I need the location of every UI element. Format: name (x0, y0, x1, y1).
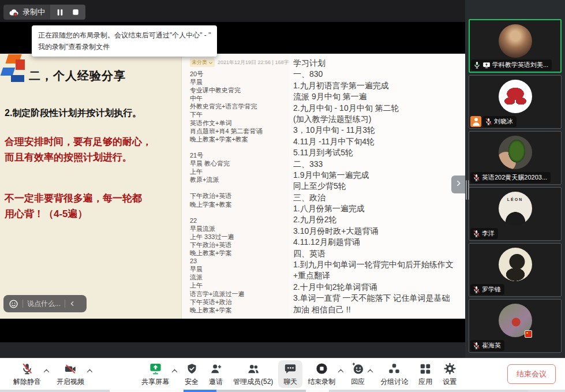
breakout-icon (388, 363, 401, 375)
participant-name: 学科教学英语刘美... (492, 61, 548, 69)
note-line: 下午 (190, 110, 263, 118)
toolbar-reaction-button[interactable]: 回应 (346, 360, 375, 388)
note-line: 外教史背完+语言学背完 (190, 102, 263, 110)
toolbar-mic-off-button[interactable]: 解除静音 (8, 360, 51, 388)
cam-off-icon (63, 363, 77, 375)
participant-tile[interactable]: 刘晓冰 (469, 75, 562, 129)
avatar (499, 136, 532, 169)
plan-line: 1.八月份第一遍完成 (293, 203, 454, 214)
note-line: 晚上学案+教案 (190, 200, 263, 208)
collapse-chat-icon[interactable] (69, 300, 76, 307)
notes-meta: 2021年12月19日 22:56 | 168字 (218, 59, 289, 66)
toolbar-share-screen-button[interactable]: 共享屏幕 (136, 360, 179, 388)
stop-recording-button[interactable] (72, 9, 79, 16)
toolbar-apps-button[interactable]: 应用 (413, 360, 437, 388)
participant-tile[interactable]: 学科教学英语刘美... (469, 19, 562, 73)
chat-placeholder: 说点什么... (27, 299, 61, 309)
plan-line: 3.10月份时政+大题背诵 (293, 226, 454, 237)
invite-icon (209, 363, 223, 375)
notes-body: 20号早晨专业课中教史背完中午外教史背完+语言学背完下午英语作文+单词肖点题班+… (190, 70, 263, 314)
note-line: 早晨流派 (190, 225, 263, 233)
plan-line: 加油 相信自己 !! (293, 304, 454, 315)
note-line: 教原+流派 (190, 176, 263, 184)
note-line: 晚上教案+学案 (190, 306, 263, 314)
plan-line: 1.9月中旬第一遍完成 (293, 170, 454, 181)
chevron-up-icon[interactable] (87, 368, 93, 373)
toolbar-members-button[interactable]: 管理成员(52) (228, 360, 278, 388)
note-line: 22 (190, 216, 263, 225)
apps-icon (419, 363, 432, 375)
presentation-slide: 二，个人经验分享 2.制定阶段性计划并按计划执行。 合理安排时间，要有足够的耐心… (0, 54, 182, 319)
note-line: 肖点题班+肖4 第二套背诵 (190, 127, 263, 135)
toolbar-button-label: 设置 (443, 377, 457, 387)
settings-icon (443, 362, 457, 375)
chevron-up-icon[interactable] (171, 368, 178, 373)
participant-label: 罗学锋 (470, 284, 504, 295)
sidebar-collapse-tab[interactable] (451, 176, 465, 193)
study-plan-panel: 学习计划一、8301.九月初语言学第一遍完成流派 9月中旬 第一遍2.九月中旬 … (289, 54, 465, 319)
emoji-smiley-icon[interactable] (9, 299, 18, 309)
toolbar-button-label: 管理成员(52) (233, 377, 273, 387)
slide-red-text-1: 合理安排时间，要有足够的耐心， 而且有效率的按照计划进行。 (5, 134, 152, 165)
plan-line: 三、政治 (293, 192, 454, 203)
avatar-text: LÉON (507, 197, 523, 225)
plan-line: 3，10月中旬 - 11月3轮 (293, 125, 454, 136)
toolbar-button-label: 结束录制 (308, 377, 335, 387)
note-line: 下午政治+英语 (190, 192, 263, 200)
reaction-icon (351, 362, 365, 375)
chat-quick-input[interactable]: 说点什么... (3, 295, 87, 312)
cloud-recording-icon (9, 8, 19, 17)
note-line: 早晨 (190, 265, 263, 273)
participant-label: 李洋 (470, 228, 498, 239)
participant-name: 英语202黄天赐20203... (482, 173, 547, 182)
recording-status: 录制中 (3, 5, 50, 20)
participant-tile[interactable]: 英语202黄天赐20203... (469, 131, 562, 185)
plan-line: 2.十月中旬2轮单词背诵 (293, 282, 454, 293)
chevron-up-icon[interactable] (367, 368, 373, 373)
divider (65, 300, 65, 308)
note-line: 上午 (190, 167, 263, 176)
mic-muted-icon (485, 118, 492, 125)
recording-indicator: 录制中 (3, 5, 85, 20)
note-line: 流派 (190, 273, 263, 281)
sidebar-drag-handle[interactable] (466, 180, 469, 200)
note-line: 早晨 教心背完 (190, 159, 263, 167)
note-line: 中午 (190, 94, 263, 102)
toolbar-shield-button[interactable]: 安全 (179, 360, 204, 388)
chat-icon (284, 363, 297, 375)
end-meeting-button[interactable]: 结束会议 (507, 364, 556, 384)
plan-line: 四、英语 (293, 248, 454, 259)
participant-name: 李洋 (482, 229, 495, 238)
mic-off-icon (21, 363, 33, 375)
participant-tile[interactable]: 罗学锋 (469, 243, 562, 297)
note-line: 语言学+流派过一遍 (190, 290, 263, 298)
participant-tile[interactable]: LÉON 李洋 (469, 187, 562, 241)
stop-record-icon (315, 362, 328, 375)
toolbar-invite-button[interactable]: 邀请 (204, 360, 228, 388)
toolbar-button-label: 安全 (185, 377, 199, 387)
notes-category-tag[interactable]: 未分类 (190, 58, 215, 67)
participant-name: 罗学锋 (482, 285, 501, 294)
participant-tile[interactable]: 崔海英 (469, 299, 562, 353)
toolbar-stop-record-button[interactable]: 结束录制 (302, 360, 346, 388)
note-line: 上午 333过一遍 (190, 233, 263, 241)
toolbar-chat-button[interactable]: 聊天 (278, 360, 302, 388)
slide-red-text-2: 不一定非要背很多遍，每一轮都 用心背！（4-5遍） (5, 191, 142, 222)
chevron-up-icon[interactable] (338, 368, 344, 373)
chevron-down-icon (208, 60, 213, 66)
mic-muted-icon (473, 342, 480, 349)
toolbar-cam-off-button[interactable]: 开启视频 (51, 360, 95, 388)
mic-muted-icon (473, 174, 480, 181)
plan-line: +重点翻译 (293, 270, 454, 281)
participant-label: 刘晓冰 (482, 116, 517, 127)
note-line: 上午 (190, 281, 263, 289)
toolbar-breakout-button[interactable]: 分组讨论 (375, 360, 413, 388)
note-line: 晚上教案+学案 (190, 249, 263, 257)
note-line: 21号 (190, 151, 263, 159)
pause-recording-button[interactable] (57, 9, 63, 16)
chevron-up-icon[interactable] (43, 368, 50, 373)
slide-point: 2.制定阶段性计划并按计划执行。 (5, 107, 141, 120)
toolbar-settings-button[interactable]: 设置 (437, 360, 462, 388)
mic-muted-icon (473, 230, 480, 237)
meeting-window: 录制中 正在跟随您的布局录制。会议结束后可通过"个人中心" - " 我的录制"查… (0, 0, 565, 392)
